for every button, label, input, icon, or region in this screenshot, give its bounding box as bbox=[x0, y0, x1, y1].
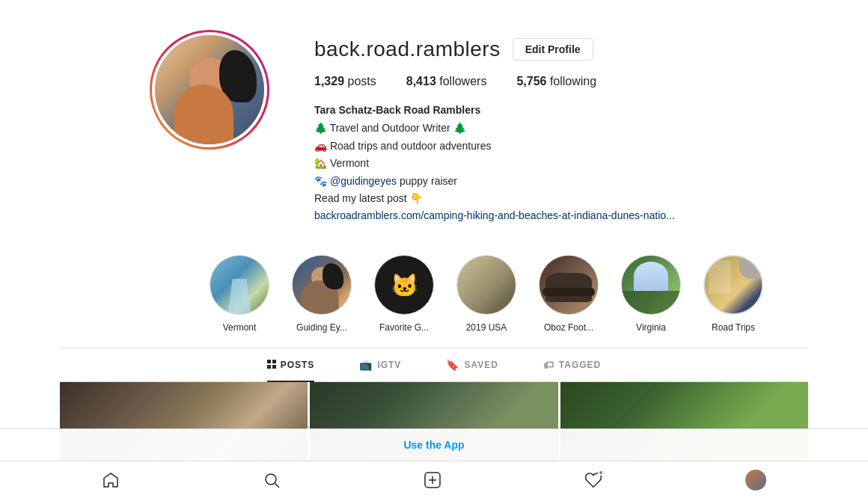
bio-line-1: 🌲 Travel and Outdoor Writer 🌲 bbox=[314, 120, 778, 136]
svg-rect-3 bbox=[272, 365, 276, 369]
home-nav-icon[interactable] bbox=[102, 471, 120, 489]
highlight-2019[interactable]: 2019 USA bbox=[456, 255, 516, 333]
following-label: following bbox=[550, 75, 596, 87]
username: back.road.ramblers bbox=[314, 37, 501, 61]
bio-prefix-4: 🐾 bbox=[314, 173, 327, 189]
highlight-roadtrips[interactable]: Road Trips bbox=[703, 255, 763, 333]
nav-avatar bbox=[745, 470, 766, 491]
username-row: back.road.ramblers Edit Profile bbox=[314, 37, 778, 61]
home-icon bbox=[102, 471, 120, 489]
search-nav-icon[interactable] bbox=[263, 471, 281, 489]
website-link[interactable]: backroadramblers.com/camping-hiking-and-… bbox=[314, 207, 675, 224]
highlight-gear[interactable]: Favorite G... bbox=[374, 255, 434, 333]
highlight-label-vermont: Vermont bbox=[223, 322, 257, 333]
posts-icon bbox=[267, 359, 276, 371]
bio-link-line: backroadramblers.com/camping-hiking-and-… bbox=[314, 207, 778, 224]
highlight-guiding[interactable]: Guiding Ey... bbox=[292, 255, 352, 333]
bio-suffix-4: puppy raiser bbox=[400, 173, 457, 189]
bio-line-5: Read my latest post 👇 bbox=[314, 190, 778, 206]
bio-name: Tara Schatz-Back Road Ramblers bbox=[314, 102, 778, 118]
tagged-icon: 🏷 bbox=[543, 359, 554, 371]
add-nav-icon[interactable] bbox=[424, 471, 441, 489]
bio: Tara Schatz-Back Road Ramblers 🌲 Travel … bbox=[314, 102, 778, 224]
highlight-label-gear: Favorite G... bbox=[379, 322, 429, 333]
svg-point-4 bbox=[266, 474, 276, 485]
avatar bbox=[152, 32, 267, 147]
edit-profile-button[interactable]: Edit Profile bbox=[513, 38, 593, 61]
highlight-virginia[interactable]: Virginia bbox=[621, 255, 681, 333]
bio-line-2: 🚗 Road trips and outdoor adventures bbox=[314, 138, 778, 154]
bio-line-3: 🏡 Vermont bbox=[314, 155, 778, 171]
highlight-circle-vermont bbox=[210, 255, 269, 315]
tab-posts-label: POSTS bbox=[281, 360, 315, 370]
bio-line-4: 🐾 @guidingeyes puppy raiser bbox=[314, 173, 778, 189]
profile-nav-icon[interactable] bbox=[745, 470, 766, 491]
bio-text-5: Read my latest post 👇 bbox=[314, 190, 423, 206]
add-icon bbox=[424, 471, 441, 489]
igtv-icon: 📺 bbox=[359, 359, 373, 371]
svg-rect-0 bbox=[267, 360, 271, 363]
highlight-label-2019: 2019 USA bbox=[466, 322, 507, 333]
highlight-vermont[interactable]: Vermont bbox=[210, 255, 269, 333]
highlight-circle-oboz bbox=[539, 255, 599, 315]
tab-igtv[interactable]: 📺 IGTV bbox=[359, 348, 401, 381]
tab-saved-label: SAVED bbox=[464, 360, 498, 370]
highlight-label-guiding: Guiding Ey... bbox=[296, 322, 347, 333]
tabs-section: POSTS 📺 IGTV 🔖 SAVED 🏷 TAGGED bbox=[60, 348, 808, 382]
highlight-circle-gear bbox=[374, 255, 434, 315]
bio-text-3: 🏡 Vermont bbox=[314, 155, 369, 171]
avatar-image bbox=[155, 35, 264, 144]
posts-count: 1,329 bbox=[314, 75, 344, 87]
highlights-section: Vermont Guiding Ey... Favorite G... 2019… bbox=[60, 248, 808, 348]
highlight-label-virginia: Virginia bbox=[636, 322, 666, 333]
bottom-nav bbox=[0, 461, 868, 498]
stats-row: 1,329 posts 8,413 followers 5,756 follow… bbox=[314, 75, 778, 88]
tab-saved[interactable]: 🔖 SAVED bbox=[446, 348, 498, 381]
highlight-circle-virginia bbox=[621, 255, 681, 315]
highlight-circle-guiding bbox=[292, 255, 352, 315]
avatar-ring[interactable] bbox=[150, 30, 269, 150]
svg-line-5 bbox=[275, 483, 279, 488]
tab-tagged-label: TAGGED bbox=[559, 360, 601, 370]
bio-text-2: 🚗 Road trips and outdoor adventures bbox=[314, 138, 491, 154]
guiding-eyes-link[interactable]: @guidingeyes bbox=[330, 173, 397, 189]
following-count: 5,756 bbox=[516, 75, 546, 87]
dog-shape bbox=[219, 50, 257, 102]
following-stat[interactable]: 5,756 following bbox=[516, 75, 596, 88]
tab-igtv-label: IGTV bbox=[377, 360, 401, 370]
highlight-oboz[interactable]: Oboz Foot... bbox=[539, 255, 599, 333]
profile-info: back.road.ramblers Edit Profile 1,329 po… bbox=[314, 30, 778, 225]
highlight-label-oboz: Oboz Foot... bbox=[544, 322, 593, 333]
app-banner: Use the App bbox=[0, 428, 868, 461]
highlight-circle-2019 bbox=[456, 255, 516, 315]
search-icon bbox=[263, 471, 281, 489]
followers-stat[interactable]: 8,413 followers bbox=[406, 75, 487, 88]
posts-stat: 1,329 posts bbox=[314, 75, 376, 88]
posts-label: posts bbox=[348, 75, 376, 87]
svg-rect-1 bbox=[272, 360, 276, 363]
bio-text-1: 🌲 Travel and Outdoor Writer 🌲 bbox=[314, 120, 466, 136]
heart-nav-icon[interactable] bbox=[584, 471, 602, 489]
highlight-circle-roadtrips bbox=[703, 255, 763, 315]
saved-icon: 🔖 bbox=[446, 359, 459, 371]
profile-section: back.road.ramblers Edit Profile 1,329 po… bbox=[0, 0, 868, 248]
highlight-label-roadtrips: Road Trips bbox=[712, 322, 755, 333]
tab-posts[interactable]: POSTS bbox=[267, 348, 315, 381]
followers-label: followers bbox=[439, 75, 486, 87]
followers-count: 8,413 bbox=[406, 75, 436, 87]
use-app-button[interactable]: Use the App bbox=[403, 439, 464, 451]
svg-rect-2 bbox=[267, 365, 271, 369]
notification-dot bbox=[598, 470, 604, 476]
tab-tagged[interactable]: 🏷 TAGGED bbox=[543, 348, 601, 381]
